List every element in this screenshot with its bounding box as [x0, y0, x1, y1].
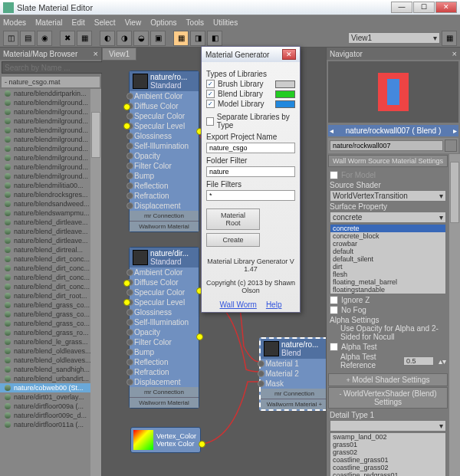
path-btn[interactable] — [445, 140, 457, 152]
blend-node[interactable]: nature/ro...Blend Material 1 Material 2 … — [259, 337, 326, 411]
view-tab[interactable]: View1 — [102, 48, 136, 61]
list-item[interactable]: concrete — [330, 225, 445, 232]
material-item[interactable]: nature/blend_grass_ro... — [0, 328, 90, 337]
material-item[interactable]: nature/blend_dirtleave... — [0, 236, 90, 245]
material-item[interactable]: nature/blend_dirt_conc... — [0, 273, 90, 282]
alpha-ref-input[interactable] — [403, 356, 434, 366]
material-item[interactable]: nature/blend_dirt_conc... — [0, 282, 90, 291]
material-file[interactable]: - nature_csgo.mat — [2, 77, 100, 87]
material-item[interactable]: nature/blend_grass_co... — [0, 319, 90, 328]
material-item[interactable]: nature/blend_dirtleave... — [0, 227, 90, 236]
nav-close-icon[interactable]: × — [452, 49, 457, 58]
minimize-button[interactable]: — — [391, 2, 412, 13]
material-item[interactable]: nature/blend_dirt_conc... — [0, 264, 90, 273]
surface-property-dropdown[interactable]: concrete▾ — [330, 212, 446, 223]
menu-select[interactable]: Select — [94, 18, 116, 27]
tool-12[interactable]: ◧ — [207, 31, 222, 46]
material-path-input[interactable] — [330, 140, 443, 151]
list-item[interactable]: default — [330, 248, 445, 255]
view-dropdown[interactable]: View1▾ — [348, 32, 440, 44]
section-worldvertex[interactable]: - WorldVertexShader (Blend) Settings — [328, 387, 448, 409]
material-item[interactable]: nature/blendmilground... — [0, 98, 90, 107]
help-link[interactable]: Help — [266, 300, 282, 309]
tool-5[interactable]: ▦ — [77, 31, 92, 46]
browser-scrollbar[interactable] — [90, 89, 101, 476]
tool-3[interactable]: ◉ — [37, 31, 52, 46]
tool-4[interactable]: ✖ — [60, 31, 75, 46]
list-item[interactable]: coastline_redgrass01 — [330, 471, 445, 476]
section-model-shader[interactable]: + Model Shader Settings — [328, 373, 448, 386]
section-wallworm[interactable]: Wall Worm Source Material Settings — [328, 155, 448, 167]
menu-modes[interactable]: Modes — [3, 18, 26, 27]
maximize-button[interactable]: ☐ — [413, 2, 435, 13]
port[interactable] — [123, 280, 130, 287]
material-item[interactable]: nature/blend_dirtleave... — [0, 218, 90, 227]
export-name-input[interactable] — [206, 143, 295, 153]
material-item[interactable]: nature/blendmilground... — [0, 107, 90, 117]
material-item[interactable]: nature/blendswampmu... — [0, 208, 90, 218]
list-item[interactable]: dirt — [330, 263, 445, 271]
material-item[interactable]: nature/blend_oldleaves... — [0, 356, 90, 365]
list-item[interactable]: grass01 — [330, 441, 445, 448]
detailtype1-listbox[interactable]: swamp_land_002grass01grass02coastline_gr… — [330, 432, 446, 476]
material-item[interactable]: nature/blendmilground... — [0, 135, 90, 144]
navigator-thumbnail[interactable] — [328, 61, 458, 123]
list-item[interactable]: floatingstandable — [330, 286, 445, 294]
material-item[interactable]: nature/dirt01_overlay... — [0, 392, 90, 402]
material-item[interactable]: nature/blendrocksgres... — [0, 190, 90, 199]
port[interactable] — [123, 123, 130, 130]
material-item[interactable]: nature/cobweb00 (St... — [0, 383, 90, 392]
list-item[interactable]: floating_metal_barrel — [330, 278, 445, 286]
material-item[interactable]: nature/blend_oldleaves... — [0, 346, 90, 356]
material-item[interactable]: nature/blend_grass_co... — [0, 300, 90, 310]
list-item[interactable]: coastline_grass02 — [330, 464, 445, 471]
material-item[interactable]: nature/blendmilground... — [0, 162, 90, 172]
tool-7[interactable]: ◑ — [117, 31, 132, 46]
surface-listbox[interactable]: concreteconcrete_blockcrowbardefaultdefa… — [330, 224, 446, 294]
list-item[interactable]: crowbar — [330, 240, 445, 248]
material-item[interactable]: nature/blenddirtparkin... — [0, 89, 90, 98]
list-item[interactable]: default_silent — [330, 255, 445, 263]
port[interactable] — [196, 333, 203, 340]
nofog-checkbox[interactable] — [330, 306, 338, 314]
material-list[interactable]: nature/blenddirtparkin...nature/blendmil… — [0, 89, 90, 476]
alphatest-checkbox[interactable] — [330, 343, 338, 351]
menu-view[interactable]: View — [125, 18, 142, 27]
list-item[interactable]: concrete_block — [330, 232, 445, 240]
browser-close-icon[interactable]: × — [94, 49, 98, 58]
blend-checkbox[interactable]: ✓ — [206, 90, 215, 98]
tool-10[interactable]: ▦ — [173, 31, 189, 46]
menu-options[interactable]: Options — [150, 18, 176, 27]
material-node-2[interactable]: nature/dir...Standard Ambient ColorDiffu… — [129, 247, 199, 409]
material-item[interactable]: nature/dirtfloor011a (... — [0, 420, 90, 429]
close-button[interactable]: ✕ — [435, 2, 457, 13]
material-item[interactable]: nature/blendmilground... — [0, 117, 90, 126]
material-item[interactable]: nature/blendmilitia00... — [0, 181, 90, 190]
port[interactable] — [123, 103, 130, 110]
wallworm-link[interactable]: Wall Worm — [220, 300, 257, 309]
tool-2[interactable]: ▤ — [20, 31, 35, 46]
source-shader-dropdown[interactable]: WorldVertexTransition▾ — [330, 190, 446, 202]
menu-material[interactable]: Material — [35, 18, 63, 27]
model-checkbox[interactable]: ✓ — [206, 100, 215, 108]
material-path-header[interactable]: ◂nature/rockwall007 ( Blend )▸ — [328, 125, 458, 136]
material-item[interactable]: nature/blend_dirt_root... — [0, 291, 90, 300]
vertex-color-node[interactable]: Vertex_ColorVertex Color — [130, 427, 201, 453]
menu-edit[interactable]: Edit — [72, 18, 85, 27]
tool-11[interactable]: ◨ — [190, 31, 205, 46]
tool-view[interactable]: ▦ — [442, 31, 457, 46]
dialog-close-button[interactable]: ✕ — [282, 49, 296, 60]
create-button[interactable]: Create — [206, 233, 260, 247]
material-item[interactable]: nature/blend_dirtreal... — [0, 245, 90, 254]
material-item[interactable]: nature/blendmilground... — [0, 144, 90, 153]
material-item[interactable]: nature/blend_grass_co... — [0, 310, 90, 319]
list-item[interactable]: swamp_land_002 — [330, 433, 445, 441]
port[interactable] — [123, 299, 130, 306]
material-item[interactable]: nature/dirtfloor009a (... — [0, 402, 90, 411]
separate-checkbox[interactable] — [206, 117, 214, 126]
detailtype1-dropdown[interactable]: ▾ — [330, 420, 446, 432]
brush-checkbox[interactable]: ✓ — [206, 80, 215, 88]
material-item[interactable]: nature/blendmilground... — [0, 172, 90, 181]
tool-8[interactable]: ◒ — [133, 31, 149, 46]
tool-1[interactable]: ◫ — [3, 31, 18, 46]
